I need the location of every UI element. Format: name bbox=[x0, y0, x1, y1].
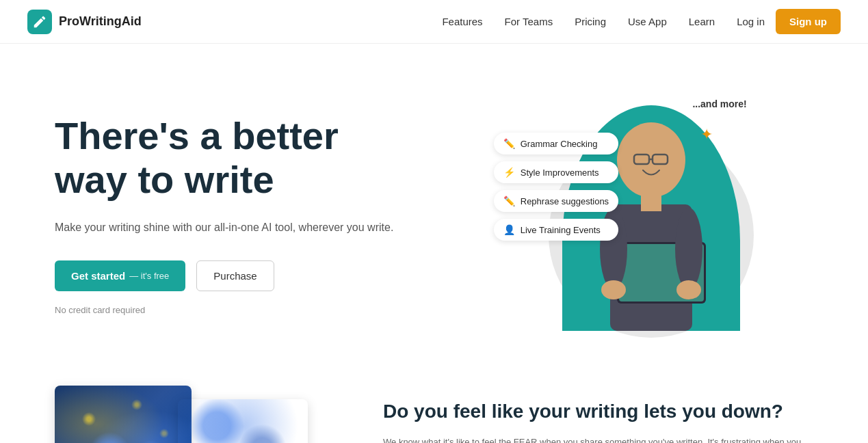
training-icon: 👤 bbox=[503, 224, 515, 235]
svg-point-9 bbox=[675, 208, 702, 290]
svg-point-11 bbox=[676, 280, 701, 299]
nav-use-app[interactable]: Use App bbox=[628, 16, 667, 27]
hero-content: There's a better way to write Make your … bbox=[55, 114, 434, 315]
starry-night-card-front bbox=[178, 399, 308, 443]
svg-point-10 bbox=[601, 280, 626, 299]
logo-icon bbox=[27, 10, 52, 34]
feature-pills: ✏️ Grammar Checking ⚡ Style Improvements… bbox=[494, 133, 618, 241]
section2-text: We know what it's like to feel the FEAR … bbox=[383, 435, 813, 443]
hero-section: There's a better way to write Make your … bbox=[0, 44, 868, 372]
nav-features[interactable]: Features bbox=[442, 16, 482, 27]
section2-images: My idea in my head bbox=[55, 386, 328, 443]
no-credit-text: No credit card required bbox=[55, 305, 434, 315]
hero-subtitle: Make your writing shine with our all-in-… bbox=[55, 219, 434, 237]
logo-svg bbox=[32, 14, 47, 29]
hero-visual: ✏️ Grammar Checking ⚡ Style Improvements… bbox=[494, 92, 754, 338]
logo[interactable]: ProWritingAid bbox=[27, 10, 142, 34]
hero-buttons: Get started — it's free Purchase bbox=[55, 260, 434, 291]
login-button[interactable]: Log in bbox=[737, 16, 765, 27]
nav-for-teams[interactable]: For Teams bbox=[505, 16, 553, 27]
pill-grammar: ✏️ Grammar Checking bbox=[494, 133, 618, 155]
section2-title: Do you feel like your writing lets you d… bbox=[383, 399, 813, 424]
pill-training: 👤 Live Training Events bbox=[494, 219, 618, 241]
hero-illustration: ✏️ Grammar Checking ⚡ Style Improvements… bbox=[434, 85, 814, 345]
grammar-icon: ✏️ bbox=[503, 138, 515, 149]
get-started-button[interactable]: Get started — it's free bbox=[55, 260, 185, 291]
style-icon: ⚡ bbox=[503, 167, 515, 178]
starry-night-card-back bbox=[55, 386, 192, 443]
svg-rect-5 bbox=[641, 194, 661, 211]
pill-rephrase: ✏️ Rephrase suggestions bbox=[494, 190, 618, 212]
nav-links: Features For Teams Pricing Use App Learn bbox=[442, 16, 715, 27]
nav-pricing[interactable]: Pricing bbox=[575, 16, 606, 27]
free-badge: — it's free bbox=[129, 271, 169, 281]
navbar: ProWritingAid Features For Teams Pricing… bbox=[0, 0, 868, 44]
purchase-button[interactable]: Purchase bbox=[196, 260, 274, 291]
rephrase-icon: ✏️ bbox=[503, 196, 515, 206]
pill-style: ⚡ Style Improvements bbox=[494, 161, 618, 183]
logo-text: ProWritingAid bbox=[59, 14, 142, 29]
section2: My idea in my head Do you feel like your… bbox=[0, 372, 868, 443]
hero-title: There's a better way to write bbox=[55, 114, 434, 202]
nav-learn[interactable]: Learn bbox=[689, 16, 715, 27]
sparkle-icon: ✦ bbox=[700, 126, 713, 144]
artwork-images: My idea in my head bbox=[55, 386, 315, 443]
signup-button[interactable]: Sign up bbox=[776, 9, 841, 34]
nav-actions: Log in Sign up bbox=[737, 9, 841, 34]
section2-content: Do you feel like your writing lets you d… bbox=[383, 386, 813, 443]
and-more-text: ...and more! bbox=[692, 98, 746, 109]
